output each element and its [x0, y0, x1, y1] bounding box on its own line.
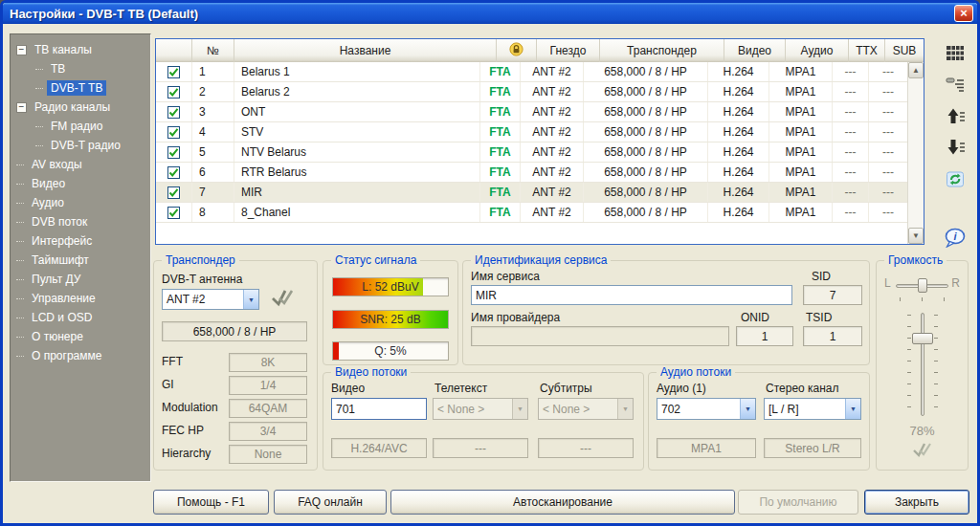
move-down-icon[interactable]: [943, 136, 968, 159]
onid-label: ONID: [741, 311, 769, 324]
sidebar-item-dvb-t-радио[interactable]: DVB-T радио: [11, 136, 150, 155]
channel-sub: ---: [869, 142, 907, 162]
volume-panel-title: Громкость: [884, 253, 947, 267]
volume-slider-thumb[interactable]: [912, 333, 933, 344]
sidebar-item-пульт-ду[interactable]: Пульт ДУ: [11, 270, 150, 289]
header-name[interactable]: Название: [234, 39, 497, 62]
channel-socket: ANT #2: [521, 163, 584, 182]
apply-antenna-icon[interactable]: [269, 287, 296, 314]
channel-grid-icon[interactable]: [943, 41, 968, 64]
chevron-down-icon[interactable]: [243, 290, 258, 309]
teletext-label: Телетекст: [434, 382, 487, 395]
sidebar-item-видео[interactable]: Видео: [11, 174, 150, 193]
tree-connector: [35, 69, 43, 70]
collapse-toggle-icon[interactable]: −: [16, 102, 27, 113]
channel-number: 7: [192, 183, 234, 202]
info-icon[interactable]: i: [943, 226, 968, 249]
faq-онлайн-button[interactable]: FAQ онлайн: [274, 490, 387, 515]
video-pid-label: Видео: [331, 382, 365, 395]
fta-badge: FTA: [489, 145, 510, 159]
sidebar-item-lcd-и-osd[interactable]: LCD и OSD: [11, 308, 150, 327]
channel-checkbox[interactable]: [167, 166, 180, 179]
audio-pid-select[interactable]: 702: [657, 398, 756, 420]
автосканирование-button[interactable]: Автосканирование: [390, 490, 735, 515]
sidebar-item-fm-радио[interactable]: FM радио: [11, 117, 150, 136]
channel-checkbox[interactable]: [167, 86, 180, 99]
channel-audio-codec: MPA1: [769, 62, 833, 81]
channel-checkbox-cell: [156, 203, 192, 222]
fta-badge: FTA: [489, 186, 510, 199]
sidebar-item-label: ТВ: [47, 61, 69, 77]
sidebar-item-о-тюнере[interactable]: О тюнере: [11, 327, 150, 346]
channel-checkbox[interactable]: [167, 66, 180, 78]
channel-checkbox[interactable]: [167, 146, 180, 159]
header-number[interactable]: №: [192, 39, 234, 62]
header-audio[interactable]: Аудио: [786, 39, 849, 62]
sidebar-item-интерфейс[interactable]: Интерфейс: [11, 231, 150, 251]
header-transponder[interactable]: Транспондер: [600, 39, 724, 62]
channel-socket: ANT #2: [521, 122, 584, 142]
volume-slider-track[interactable]: [921, 313, 924, 416]
channel-audio-codec: MPA1: [769, 183, 833, 202]
channel-number: 1: [192, 62, 234, 81]
balance-slider-thumb[interactable]: [918, 278, 927, 293]
sidebar-item-тв-каналы[interactable]: −ТВ каналы: [11, 40, 150, 59]
signal-bar-2: Q: 5%: [332, 341, 449, 361]
sidebar-item-таймшифт[interactable]: Таймшифт: [11, 251, 150, 270]
stereo-channel-select[interactable]: [L / R]: [764, 398, 861, 420]
subtitles-info-readout: ---: [538, 438, 634, 458]
channel-checkbox-cell: [156, 142, 192, 162]
table-row[interactable]: 1Belarus 1FTAANT #2658,000 / 8 / HPH.264…: [156, 62, 907, 82]
sidebar-item-dvb-t-тв[interactable]: DVB-T ТВ: [11, 78, 150, 98]
apply-volume-icon[interactable]: [911, 441, 934, 464]
table-row[interactable]: 6RTR BelarusFTAANT #2658,000 / 8 / HPH.2…: [156, 163, 907, 183]
signal-status-panel: Статус сигнала L: 52 dBuVSNR: 25 dBQ: 5%: [323, 260, 458, 365]
помощь-f1-button[interactable]: Помощь - F1: [153, 490, 269, 515]
channel-name: 8_Chanel: [234, 203, 480, 222]
chevron-down-icon[interactable]: [740, 399, 755, 419]
header-ttx[interactable]: TTX: [849, 39, 885, 62]
sidebar-item-dvb-поток[interactable]: DVB поток: [11, 212, 150, 231]
table-row[interactable]: 2Belarus 2FTAANT #2658,000 / 8 / HPH.264…: [156, 82, 907, 102]
video-streams-panel: Видео потоки Видео Телетекст Субтитры 70…: [323, 372, 644, 471]
sidebar-item-радио-каналы[interactable]: −Радио каналы: [11, 98, 150, 117]
scroll-down-icon[interactable]: ▼: [908, 228, 924, 244]
collapse-toggle-icon[interactable]: −: [16, 45, 27, 55]
sidebar-item-тв[interactable]: ТВ: [11, 59, 150, 78]
channel-checkbox[interactable]: [167, 106, 180, 119]
header-sub[interactable]: SUB: [885, 39, 924, 62]
scroll-up-icon[interactable]: ▲: [908, 62, 924, 78]
channel-checkbox-cell: [156, 163, 192, 182]
antenna-select[interactable]: ANT #2: [162, 289, 259, 310]
table-row[interactable]: 88_ChanelFTAANT #2658,000 / 8 / HPH.264M…: [156, 203, 907, 223]
table-row[interactable]: 5NTV BelarusFTAANT #2658,000 / 8 / HPH.2…: [156, 142, 907, 163]
table-row[interactable]: 7MIRFTAANT #2658,000 / 8 / HPH.264MPA1--…: [156, 183, 907, 203]
rescan-icon[interactable]: [943, 167, 968, 190]
channel-checkbox[interactable]: [167, 186, 180, 199]
table-row[interactable]: 4STVFTAANT #2658,000 / 8 / HPH.264MPA1--…: [156, 122, 907, 142]
header-lock-column[interactable]: [497, 39, 537, 62]
channel-sub: ---: [869, 102, 907, 121]
table-scrollbar[interactable]: ▲ ▼: [907, 62, 924, 244]
sidebar-item-управление[interactable]: Управление: [11, 289, 150, 308]
service-id-panel: Идентификация сервиса Имя сервиса SID MI…: [462, 260, 870, 365]
sidebar-item-av-входы[interactable]: AV входы: [11, 155, 150, 174]
chevron-down-icon[interactable]: [845, 399, 860, 419]
service-name-field[interactable]: MIR: [471, 285, 792, 305]
channel-checkbox[interactable]: [167, 207, 180, 219]
renumber-list-icon[interactable]: [943, 73, 968, 96]
закрыть-button[interactable]: Закрыть: [864, 490, 969, 515]
close-button[interactable]: ×: [954, 5, 973, 22]
channel-checkbox[interactable]: [167, 126, 180, 139]
header-socket[interactable]: Гнездо: [537, 39, 600, 62]
sidebar-item-аудио[interactable]: Аудио: [11, 193, 150, 212]
header-check-column[interactable]: [156, 39, 192, 62]
sidebar-item-о-программе[interactable]: О программе: [11, 346, 150, 365]
header-video[interactable]: Видео: [724, 39, 786, 62]
table-row[interactable]: 3ONTFTAANT #2658,000 / 8 / HPH.264MPA1--…: [156, 102, 907, 122]
balance-tick: [900, 297, 901, 301]
channel-video-codec: H.264: [708, 163, 769, 182]
channel-audio-codec: MPA1: [769, 142, 833, 162]
move-up-icon[interactable]: [943, 104, 968, 127]
video-pid-input[interactable]: 701: [331, 398, 427, 420]
